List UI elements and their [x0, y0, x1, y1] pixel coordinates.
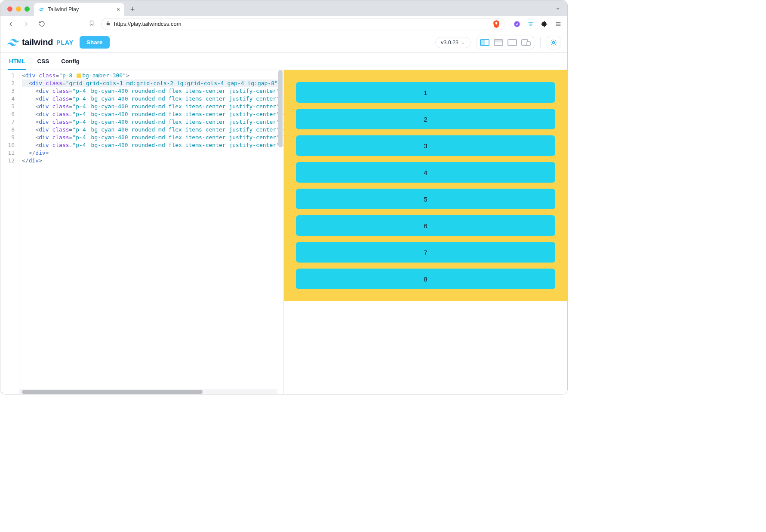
browser-address-bar: https://play.tailwindcss.com [0, 16, 567, 32]
lock-icon [106, 21, 111, 27]
code-editor[interactable]: <div class="p-8 bg-amber-300"> <div clas… [19, 70, 283, 394]
preview-outer: 12345678 [284, 70, 567, 301]
url-bar[interactable]: https://play.tailwindcss.com [101, 18, 505, 30]
new-tab-button[interactable]: + [127, 4, 138, 15]
version-selector[interactable]: v3.0.23 ⌄ [435, 37, 471, 48]
layout-preview-button[interactable] [506, 37, 519, 48]
url-text: https://play.tailwindcss.com [114, 21, 182, 27]
share-button[interactable]: Share [80, 36, 110, 49]
preview-item: 5 [296, 189, 555, 209]
line-number-gutter: 123456789101112 [0, 70, 19, 394]
horizontal-scrollbar[interactable] [19, 389, 277, 394]
svg-rect-4 [495, 40, 502, 43]
window-controls [7, 6, 30, 12]
layout-switcher [477, 36, 534, 49]
logo-play-text: PLAY [56, 39, 74, 46]
svg-rect-2 [481, 40, 485, 45]
preview-item: 6 [296, 215, 555, 236]
tab-html[interactable]: HTML [4, 53, 31, 70]
split-pane: 123456789101112 <div class="p-8 bg-amber… [0, 70, 567, 394]
svg-rect-7 [527, 42, 530, 46]
svg-point-8 [552, 41, 554, 43]
browser-tab[interactable]: Tailwind Play × [34, 3, 124, 16]
tab-css[interactable]: CSS [32, 53, 55, 70]
browser-tab-bar: Tailwind Play × + ⌄ [0, 0, 567, 16]
app-header: tailwind PLAY Share v3.0.23 ⌄ [0, 32, 567, 53]
extension-icon-2[interactable] [526, 19, 535, 29]
tailwind-logo[interactable]: tailwind PLAY [7, 37, 74, 47]
layout-vertical-split-button[interactable] [478, 37, 491, 48]
reload-button[interactable] [36, 18, 48, 30]
preview-item: 7 [296, 242, 555, 263]
svg-point-0 [514, 21, 520, 27]
tabs-dropdown-icon[interactable]: ⌄ [553, 2, 563, 12]
svg-rect-5 [508, 40, 517, 46]
preview-item: 2 [296, 109, 555, 129]
tab-config[interactable]: Config [56, 53, 85, 70]
version-label: v3.0.23 [441, 40, 458, 46]
browser-menu-icon[interactable] [554, 19, 563, 29]
layout-horizontal-split-button[interactable] [492, 37, 505, 48]
back-button[interactable] [5, 18, 17, 30]
extensions-icon[interactable] [540, 19, 549, 29]
tailwind-favicon-icon [38, 6, 44, 12]
bookmark-icon[interactable] [86, 20, 98, 28]
preview-grid: 12345678 [296, 82, 555, 289]
divider [540, 37, 541, 48]
chevron-down-icon: ⌄ [461, 40, 465, 45]
theme-toggle-button[interactable] [547, 36, 560, 49]
minimize-window-button[interactable] [16, 6, 21, 12]
editor-tabs: HTML CSS Config [0, 53, 567, 70]
preview-item: 4 [296, 162, 555, 183]
preview-pane: 12345678 [284, 70, 567, 394]
preview-item: 3 [296, 135, 555, 156]
maximize-window-button[interactable] [25, 6, 30, 12]
preview-item: 1 [296, 82, 555, 103]
tab-title: Tailwind Play [48, 6, 79, 12]
editor-pane: 123456789101112 <div class="p-8 bg-amber… [0, 70, 284, 394]
brave-shields-icon[interactable] [492, 20, 501, 28]
logo-text: tailwind [22, 37, 53, 47]
preview-item: 8 [296, 269, 555, 289]
extension-icon-1[interactable] [512, 19, 522, 29]
close-window-button[interactable] [7, 6, 12, 12]
vertical-scrollbar[interactable] [277, 70, 283, 394]
forward-button[interactable] [20, 18, 32, 30]
layout-responsive-button[interactable] [520, 37, 532, 48]
close-tab-icon[interactable]: × [117, 6, 120, 13]
